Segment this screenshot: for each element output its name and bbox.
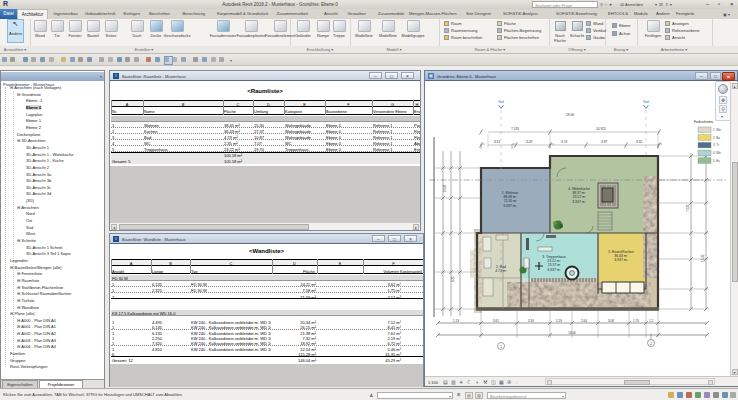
svg-text:3. Tr: 3. Tr (713, 143, 719, 147)
svg-text:3.635: 3.635 (443, 184, 447, 192)
svg-text:3.61: 3.61 (493, 319, 499, 323)
svg-text:2. Ba: 2. Ba (713, 136, 720, 140)
svg-text:1.2: 1.2 (649, 319, 654, 323)
svg-text:3.337 m³: 3.337 m³ (503, 204, 517, 208)
svg-text:3.31: 3.31 (636, 140, 642, 144)
svg-text:1.13: 1.13 (453, 319, 459, 323)
svg-text:3.337 m³: 3.337 m³ (614, 258, 628, 262)
svg-text:3.74: 3.74 (561, 140, 567, 144)
svg-text:3.337 m³: 3.337 m³ (572, 200, 586, 204)
svg-text:18.06: 18.06 (568, 331, 576, 335)
svg-text:10.925: 10.925 (596, 127, 606, 131)
svg-text:4.73 m²: 4.73 m² (495, 269, 507, 273)
svg-text:2.64: 2.64 (581, 319, 587, 323)
svg-text:2.19: 2.19 (556, 319, 562, 323)
svg-text:18.06: 18.06 (566, 113, 574, 117)
svg-text:4. Wo: 4. Wo (713, 151, 721, 155)
svg-text:1. Wo: 1. Wo (713, 128, 721, 132)
svg-text:3.49: 3.49 (526, 140, 532, 144)
svg-text:Farbschema: Farbschema (694, 120, 713, 124)
svg-text:3.51: 3.51 (494, 140, 500, 144)
svg-text:3.30: 3.30 (528, 319, 534, 323)
svg-text:7.135: 7.135 (511, 127, 519, 131)
svg-text:1.70: 1.70 (633, 319, 639, 323)
svg-text:15.32: 15.32 (701, 254, 705, 262)
svg-text:4.25: 4.25 (451, 276, 455, 282)
svg-text:Süd: Süd (498, 100, 504, 104)
svg-text:3.08: 3.08 (608, 319, 614, 323)
svg-text:3.337 m³: 3.337 m³ (547, 268, 561, 272)
svg-text:7.635: 7.635 (686, 204, 690, 212)
svg-text:5. Es: 5. Es (713, 159, 720, 163)
svg-text:3.87: 3.87 (601, 140, 607, 144)
svg-text:Süd: Süd (643, 100, 649, 104)
